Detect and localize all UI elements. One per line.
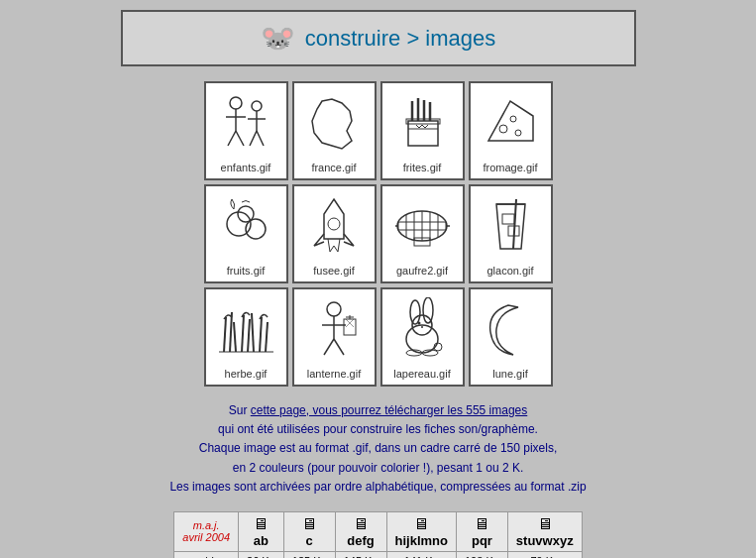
fromage-svg — [479, 91, 543, 156]
svg-point-60 — [406, 325, 438, 353]
folder-icon-c: 🖥 — [292, 515, 327, 533]
folder-icon-defg: 🖥 — [344, 515, 378, 533]
svg-point-24 — [328, 218, 340, 230]
lune-placeholder — [476, 294, 545, 364]
svg-line-8 — [250, 131, 257, 146]
desc-line3: Chaque image est au format .gif, dans un… — [10, 439, 746, 458]
col-hijklmno-header[interactable]: 🖥 hijklmno — [386, 511, 456, 551]
images-row-2: fruits.gif fusee.gif — [204, 184, 553, 283]
herbe-label: herbe.gif — [225, 368, 268, 380]
image-lune[interactable]: lune.gif — [469, 287, 553, 387]
poids-defg: 145 Ko — [335, 551, 386, 558]
svg-point-63 — [421, 326, 423, 328]
svg-rect-10 — [408, 121, 438, 146]
svg-line-41 — [234, 322, 236, 352]
glacon-svg — [479, 194, 543, 259]
col-pqr-label: pqr — [465, 533, 499, 548]
col-pqr-header[interactable]: 🖥 pqr — [456, 511, 507, 551]
image-france[interactable]: france.gif — [292, 81, 377, 180]
enfants-label: enfants.gif — [221, 162, 271, 173]
svg-line-39 — [224, 317, 226, 352]
svg-point-62 — [417, 321, 420, 324]
images-row-3: herbe.gif lanterne. — [204, 287, 553, 387]
header-box: 🐭 construire > images — [121, 10, 636, 66]
page-title: construire > images — [305, 26, 496, 52]
col-defg-header[interactable]: 🖥 defg — [335, 511, 386, 551]
svg-line-44 — [252, 313, 254, 352]
fusee-svg — [302, 194, 367, 259]
poids-stuvwxyz: 79 Ko — [507, 551, 582, 558]
lune-svg — [479, 297, 543, 362]
svg-line-45 — [260, 317, 262, 352]
col-ab-label: ab — [247, 533, 275, 548]
col-stuvwxyz-label: stuvwxyz — [516, 533, 574, 548]
fruits-label: fruits.gif — [227, 265, 266, 277]
lanterne-placeholder — [299, 294, 369, 364]
frites-svg — [390, 91, 455, 156]
herbe-svg — [214, 297, 278, 362]
fusee-label: fusee.gif — [313, 265, 355, 277]
image-gaufre2[interactable]: gaufre2.gif — [380, 184, 465, 283]
svg-point-5 — [252, 101, 262, 111]
svg-line-46 — [266, 322, 268, 352]
lune-label: lune.gif — [492, 368, 527, 380]
svg-point-20 — [510, 116, 516, 122]
lapereau-placeholder — [387, 294, 457, 364]
description: Sur cette page, vous pourrez télécharger… — [10, 401, 746, 497]
image-enfants[interactable]: enfants.gif — [204, 81, 288, 180]
col-c-header[interactable]: 🖥 c — [283, 511, 335, 551]
folder-icon-stuvwxyz: 🖥 — [516, 515, 574, 533]
maj-cell: m.a.j. avril 2004 — [174, 511, 239, 551]
poids-row-label: poids — [174, 551, 239, 558]
enfants-placeholder — [211, 88, 280, 158]
download-table: m.a.j. avril 2004 🖥 ab 🖥 c 🖥 defg 🖥 hijk… — [173, 511, 582, 558]
image-fusee[interactable]: fusee.gif — [292, 184, 377, 283]
enfants-svg — [214, 91, 278, 156]
image-lanterne[interactable]: lanterne.gif — [292, 287, 377, 387]
france-label: france.gif — [311, 162, 356, 173]
svg-point-58 — [410, 300, 420, 324]
image-frites[interactable]: frites.gif — [380, 81, 465, 180]
folder-icon-ab: 🖥 — [247, 515, 275, 533]
lanterne-label: lanterne.gif — [307, 368, 361, 380]
svg-line-9 — [257, 131, 264, 146]
desc-line2: qui ont été utilisées pour construire le… — [10, 420, 746, 439]
desc-line5: Les images sont archivées par ordre alph… — [10, 478, 746, 497]
col-ab-header[interactable]: 🖥 ab — [239, 511, 284, 551]
lapereau-svg — [390, 297, 455, 362]
col-defg-label: defg — [344, 533, 378, 548]
glacon-label: glacon.gif — [486, 265, 533, 277]
col-stuvwxyz-header[interactable]: 🖥 stuvwxyz — [507, 511, 582, 551]
poids-c: 135 Ko — [283, 551, 335, 558]
folder-icon-pqr: 🖥 — [465, 515, 499, 533]
france-svg — [302, 91, 367, 156]
gaufre2-placeholder — [387, 191, 457, 261]
svg-point-18 — [499, 125, 507, 133]
frites-label: frites.gif — [403, 162, 442, 173]
gaufre2-label: gaufre2.gif — [396, 265, 448, 277]
svg-point-0 — [230, 97, 242, 109]
image-lapereau[interactable]: lapereau.gif — [380, 287, 465, 387]
svg-point-19 — [515, 130, 521, 136]
svg-line-51 — [324, 339, 334, 355]
svg-rect-53 — [344, 319, 356, 335]
poids-pqr: 108 Ko — [456, 551, 507, 558]
col-hijklmno-label: hijklmno — [395, 533, 448, 548]
folder-icon-hijklmno: 🖥 — [395, 515, 448, 533]
svg-line-4 — [236, 131, 244, 146]
svg-line-3 — [228, 131, 236, 146]
image-glacon[interactable]: glacon.gif — [469, 184, 553, 283]
glacon-placeholder — [476, 191, 545, 261]
poids-hijklmno: 141 Ko — [386, 551, 456, 558]
lanterne-svg — [302, 297, 367, 362]
mouse-icon: 🐭 — [261, 22, 295, 55]
svg-point-48 — [327, 302, 341, 316]
col-c-label: c — [292, 533, 327, 548]
lapereau-label: lapereau.gif — [393, 368, 451, 380]
image-fruits[interactable]: fruits.gif — [204, 184, 288, 283]
fusee-placeholder — [299, 191, 369, 261]
desc-line4: en 2 couleurs (pour pouvoir colorier !),… — [10, 459, 746, 478]
image-fromage[interactable]: fromage.gif — [469, 81, 553, 180]
image-herbe[interactable]: herbe.gif — [204, 287, 288, 387]
fruits-svg — [214, 194, 278, 259]
